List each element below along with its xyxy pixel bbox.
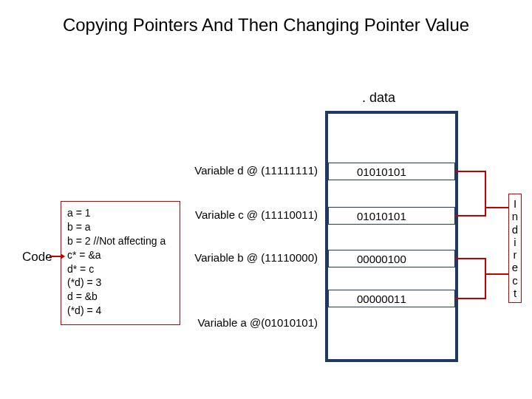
memory-row-b: 00000100 xyxy=(328,250,455,267)
connector-line xyxy=(485,273,508,275)
indirect-letter: e xyxy=(509,261,521,273)
memory-row-a: 00000011 xyxy=(328,290,455,307)
var-label-b: Variable b @ (11110000) xyxy=(186,251,318,264)
indirect-letter: i xyxy=(509,236,521,248)
indirect-letter: I xyxy=(509,197,521,210)
connector-line xyxy=(485,171,486,216)
code-line: a = 1 xyxy=(67,206,174,220)
var-label-a: Variable a @(01010101) xyxy=(186,316,318,329)
indirect-letter: r xyxy=(509,248,521,261)
memory-row-c: 01010101 xyxy=(328,207,455,225)
connector-line xyxy=(455,298,486,299)
connector-line xyxy=(485,207,508,208)
memory-row-d: 01010101 xyxy=(328,163,455,180)
code-arrow-icon xyxy=(50,256,61,257)
var-label-c: Variable c @ (11110011) xyxy=(186,208,318,221)
data-section-label: . data xyxy=(362,90,395,106)
code-line: d = &b xyxy=(67,290,174,304)
connector-line xyxy=(485,258,486,299)
page-title: Copying Pointers And Then Changing Point… xyxy=(0,15,532,35)
connector-line xyxy=(455,171,486,172)
connector-line xyxy=(455,258,486,259)
code-box: a = 1 b = a b = 2 //Not affecting a c* =… xyxy=(61,201,180,325)
indirect-label-box: I n d i r e c t xyxy=(508,194,522,303)
indirect-letter: t xyxy=(509,287,521,299)
code-line: b = 2 //Not affecting a xyxy=(67,234,174,248)
code-line: b = a xyxy=(67,220,174,234)
indirect-letter: c xyxy=(509,274,521,287)
code-line: d* = c xyxy=(67,262,174,276)
var-label-d: Variable d @ (11111111) xyxy=(186,164,318,177)
connector-line xyxy=(455,215,486,216)
code-line: c* = &a xyxy=(67,248,174,262)
code-line: (*d) = 4 xyxy=(67,304,174,318)
memory-container xyxy=(325,111,458,362)
code-line: (*d) = 3 xyxy=(67,276,174,290)
code-label: Code xyxy=(22,250,52,265)
indirect-letter: d xyxy=(509,223,521,236)
indirect-letter: n xyxy=(509,210,521,222)
